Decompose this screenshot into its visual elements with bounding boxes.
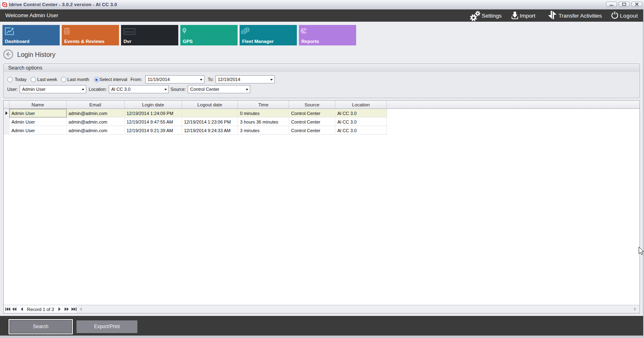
svg-text:MERGE: MERGE [124,31,134,33]
